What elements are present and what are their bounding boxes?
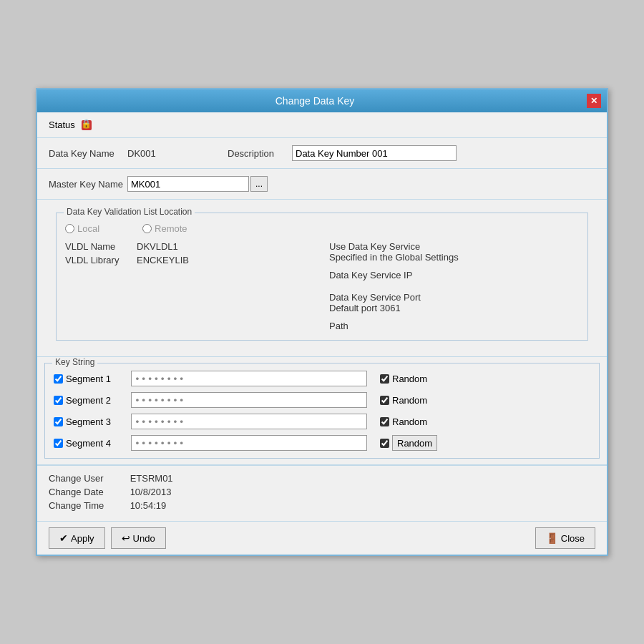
service-ip-label: Data Key Service IP xyxy=(329,270,412,280)
status-section: Status xyxy=(37,112,607,139)
master-key-input[interactable] xyxy=(127,176,249,192)
data-key-name-label: Data Key Name xyxy=(49,148,127,159)
use-service-row: Use Data Key Service Specified in the Gl… xyxy=(329,241,579,263)
left-buttons: ✔ Apply ↩ Undo xyxy=(49,527,166,549)
right-col: Use Data Key Service Specified in the Gl… xyxy=(329,241,579,334)
apply-button[interactable]: ✔ Apply xyxy=(49,527,105,549)
close-button[interactable]: 🚪 Close xyxy=(535,527,595,549)
title-bar: Change Data Key ✕ xyxy=(37,89,607,112)
segment-2-random-checkbox[interactable] xyxy=(380,396,389,405)
right-buttons: 🚪 Close xyxy=(535,527,595,549)
segment-3-label: Segment 3 xyxy=(66,416,111,427)
segment-4-random-btn[interactable]: Random xyxy=(392,435,437,451)
segment-3-input[interactable] xyxy=(131,414,367,429)
segment-4-checkbox-wrapper: Segment 4 xyxy=(54,438,125,449)
segment-4-input[interactable] xyxy=(131,435,367,451)
segment-3-checkbox-wrapper: Segment 3 xyxy=(54,416,125,427)
segment-1-label: Segment 1 xyxy=(66,374,111,384)
validation-border: Data Key Validation List Location Local … xyxy=(56,213,588,341)
key-string-section-wrapper: Key String Segment 1 Random Se xyxy=(37,363,607,465)
undo-label: Undo xyxy=(133,533,155,544)
segment-2-random-label: Random xyxy=(392,395,427,406)
segment-2-checkbox[interactable] xyxy=(54,396,63,405)
data-key-info-section: Data Key Name DK001 Description xyxy=(37,138,607,169)
path-row: Path xyxy=(329,321,579,331)
vldl-name-value: DKVLDL1 xyxy=(137,241,178,252)
change-date-row: Change Date 10/8/2013 xyxy=(49,487,595,497)
master-key-label: Master Key Name xyxy=(49,179,127,190)
change-info-section: Change User ETSRM01 Change Date 10/8/201… xyxy=(37,465,607,521)
key-string-title: Key String xyxy=(52,357,97,367)
change-date-label: Change Date xyxy=(49,487,127,497)
validation-section: Data Key Validation List Location Local … xyxy=(37,200,607,357)
local-radio-label[interactable]: Local xyxy=(65,223,99,234)
undo-button[interactable]: ↩ Undo xyxy=(111,527,166,549)
segment-4-checkbox[interactable] xyxy=(54,439,63,448)
description-label: Description xyxy=(228,148,292,159)
close-label: Close xyxy=(561,533,585,544)
segment-1-checkbox-wrapper: Segment 1 xyxy=(54,374,125,384)
dialog-title: Change Data Key xyxy=(43,95,587,107)
dialog-body: Status Data Key Name DK001 Description M… xyxy=(37,112,607,555)
apply-icon: ✔ xyxy=(59,532,68,544)
segment-2-checkbox-wrapper: Segment 2 xyxy=(54,395,125,406)
validation-section-title: Data Key Validation List Location xyxy=(64,207,195,217)
service-port-label: Data Key Service Port Default port 3061 xyxy=(329,292,421,313)
data-key-name-value: DK001 xyxy=(127,148,228,159)
segment-3-checkbox[interactable] xyxy=(54,417,63,426)
segment-2-random-wrapper: Random xyxy=(380,395,427,406)
remote-radio-label[interactable]: Remote xyxy=(142,223,187,234)
vldl-library-row: VLDL Library ENCKEYLIB xyxy=(65,255,315,265)
local-radio[interactable] xyxy=(65,224,74,233)
change-user-row: Change User ETSRM01 xyxy=(49,473,595,484)
close-icon: 🚪 xyxy=(546,532,558,544)
segment-4-label: Segment 4 xyxy=(66,438,111,449)
segment-2-input[interactable] xyxy=(131,392,367,408)
undo-icon: ↩ xyxy=(122,532,130,544)
segment-2-row: Segment 2 Random xyxy=(54,392,590,408)
segment-1-random-checkbox[interactable] xyxy=(380,374,389,384)
segment-2-label: Segment 2 xyxy=(66,395,111,406)
remote-label: Remote xyxy=(155,223,187,234)
change-user-value: ETSRM01 xyxy=(130,473,173,484)
segment-3-random-checkbox[interactable] xyxy=(380,417,389,426)
left-col: VLDL Name DKVLDL1 VLDL Library ENCKEYLIB xyxy=(65,241,315,334)
master-key-browse-btn[interactable]: ... xyxy=(250,176,268,192)
change-time-value: 10:54:19 xyxy=(130,500,167,511)
segment-4-row: Segment 4 Random xyxy=(54,435,590,451)
segment-3-random-wrapper: Random xyxy=(380,416,427,427)
segment-1-random-wrapper: Random xyxy=(380,374,427,384)
close-title-btn[interactable]: ✕ xyxy=(587,94,601,108)
segment-1-input[interactable] xyxy=(131,371,367,386)
segment-4-random-wrapper: Random xyxy=(380,435,437,451)
local-label: Local xyxy=(77,223,99,234)
change-time-label: Change Time xyxy=(49,500,127,511)
segment-4-random-checkbox[interactable] xyxy=(380,439,389,448)
vldl-library-value: ENCKEYLIB xyxy=(137,255,189,265)
description-input[interactable] xyxy=(292,145,457,161)
change-user-label: Change User xyxy=(49,473,127,484)
vldl-name-row: VLDL Name DKVLDL1 xyxy=(65,241,315,252)
change-time-row: Change Time 10:54:19 xyxy=(49,500,595,511)
vldl-name-label: VLDL Name xyxy=(65,241,137,252)
path-label: Path xyxy=(329,321,348,331)
segment-1-row: Segment 1 Random xyxy=(54,371,590,386)
master-key-section: Master Key Name ... xyxy=(37,169,607,200)
change-date-value: 10/8/2013 xyxy=(130,487,172,497)
lock-icon xyxy=(82,120,92,130)
service-port-row: Data Key Service Port Default port 3061 xyxy=(329,292,579,313)
button-bar: ✔ Apply ↩ Undo 🚪 Close xyxy=(37,521,607,555)
remote-radio[interactable] xyxy=(142,224,152,233)
segment-1-checkbox[interactable] xyxy=(54,374,63,384)
service-ip-row: Data Key Service IP xyxy=(329,270,579,280)
status-label: Status xyxy=(49,119,75,130)
segment-1-random-label: Random xyxy=(392,374,427,384)
use-service-label: Use Data Key Service Specified in the Gl… xyxy=(329,241,459,263)
vldl-library-label: VLDL Library xyxy=(65,255,137,265)
change-data-key-dialog: Change Data Key ✕ Status Data Key Name D… xyxy=(36,88,608,557)
location-radio-group: Local Remote xyxy=(65,223,579,234)
validation-info-grid: VLDL Name DKVLDL1 VLDL Library ENCKEYLIB… xyxy=(65,241,579,334)
apply-label: Apply xyxy=(71,533,94,544)
segment-3-random-label: Random xyxy=(392,416,427,427)
segment-3-row: Segment 3 Random xyxy=(54,414,590,429)
